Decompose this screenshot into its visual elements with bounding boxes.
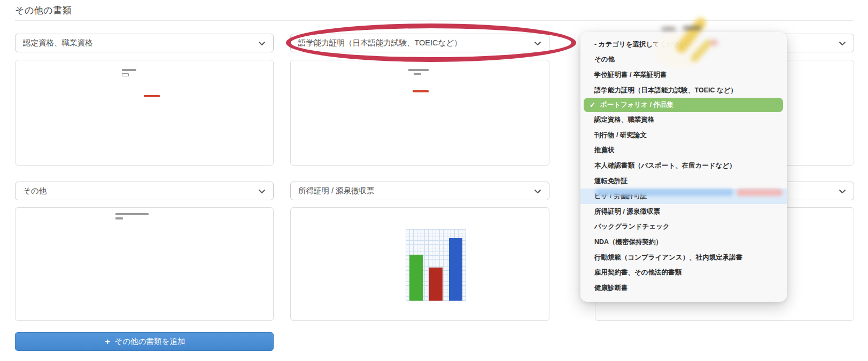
blurred-doc-text bbox=[144, 95, 160, 97]
chevron-down-icon bbox=[533, 186, 542, 196]
document-preview-slot2[interactable] bbox=[290, 60, 549, 166]
check-icon: ✓ bbox=[590, 101, 595, 109]
divider bbox=[15, 20, 853, 21]
category-menu-item[interactable]: 雇用契約書、その他法的書類 bbox=[580, 265, 787, 280]
chart-bar bbox=[449, 238, 462, 301]
add-document-button-label: その他の書類を追加 bbox=[115, 336, 185, 347]
category-menu: - カテゴリを選択してください - その他 学位証明書 / 卒業証明書 語学能力… bbox=[580, 32, 787, 302]
blurred-doc-text bbox=[122, 69, 136, 71]
select-value: その他 bbox=[23, 186, 46, 196]
category-menu-item[interactable]: 所得証明 / 源泉徴収票 bbox=[580, 204, 787, 219]
chart-bar bbox=[429, 268, 443, 301]
blurred-doc-text bbox=[408, 69, 429, 71]
bar-chart-thumbnail bbox=[406, 229, 466, 301]
document-preview-slot4[interactable] bbox=[15, 207, 274, 321]
plus-icon: ＋ bbox=[104, 336, 112, 347]
blurred-doc-text bbox=[413, 90, 429, 92]
blurred-doc-text bbox=[414, 73, 421, 75]
category-menu-item[interactable]: ビザ / 労働許可証 bbox=[580, 189, 787, 204]
chevron-down-icon bbox=[533, 38, 542, 48]
category-select-slot2[interactable]: 語学能力証明（日本語能力試験、TOEICなど） bbox=[290, 34, 549, 52]
chevron-down-icon bbox=[838, 38, 847, 48]
select-value: 語学能力証明（日本語能力試験、TOEICなど） bbox=[298, 38, 462, 48]
category-menu-item[interactable]: その他 bbox=[580, 52, 787, 68]
category-menu-item[interactable]: 推薦状 bbox=[580, 143, 787, 159]
category-menu-item[interactable]: 運転免許証 bbox=[580, 174, 787, 189]
category-select-slot4[interactable]: その他 bbox=[15, 182, 274, 200]
add-document-button[interactable]: ＋ その他の書類を追加 bbox=[15, 332, 274, 351]
category-select-slot1[interactable]: 認定資格、職業資格 bbox=[15, 34, 274, 52]
category-menu-item[interactable]: 語学能力証明（日本語能力試験、TOEIC など） bbox=[580, 83, 787, 98]
chevron-down-icon bbox=[257, 38, 267, 48]
category-select-slot5[interactable]: 所得証明 / 源泉徴収票 bbox=[290, 182, 549, 200]
select-value: 所得証明 / 源泉徴収票 bbox=[298, 186, 375, 196]
category-menu-item[interactable]: - カテゴリを選択してください - bbox=[580, 37, 787, 52]
page-title: その他の書類 bbox=[15, 4, 72, 17]
blurred-doc-text bbox=[115, 217, 123, 219]
chart-bar bbox=[409, 255, 423, 301]
blurred-doc-text bbox=[122, 73, 129, 76]
category-menu-item[interactable]: ✓ ポートフォリオ / 作品集 bbox=[584, 98, 783, 112]
category-menu-item[interactable]: 本人確認書類（パスポート、在留カードなど） bbox=[580, 158, 787, 174]
category-menu-item[interactable]: 刊行物 / 研究論文 bbox=[580, 128, 787, 143]
chevron-down-icon bbox=[838, 186, 847, 196]
category-menu-item[interactable]: 認定資格、職業資格 bbox=[580, 112, 787, 128]
blurred-script-mark bbox=[662, 28, 676, 30]
category-menu-item[interactable]: 行動規範（コンプライアンス）、社内規定承諾書 bbox=[580, 250, 787, 265]
category-menu-item[interactable]: バックグランドチェック bbox=[580, 219, 787, 235]
blurred-script-mark bbox=[683, 27, 701, 29]
category-menu-item[interactable]: 学位証明書 / 卒業証明書 bbox=[580, 67, 787, 83]
blurred-doc-text bbox=[115, 213, 149, 215]
category-menu-item[interactable]: 健康診断書 bbox=[580, 280, 787, 296]
select-value: 認定資格、職業資格 bbox=[23, 38, 93, 48]
chevron-down-icon bbox=[257, 186, 267, 196]
document-preview-slot1[interactable] bbox=[15, 60, 274, 166]
document-preview-slot5[interactable] bbox=[290, 207, 549, 321]
category-menu-item[interactable]: NDA（機密保持契約） bbox=[580, 234, 787, 250]
